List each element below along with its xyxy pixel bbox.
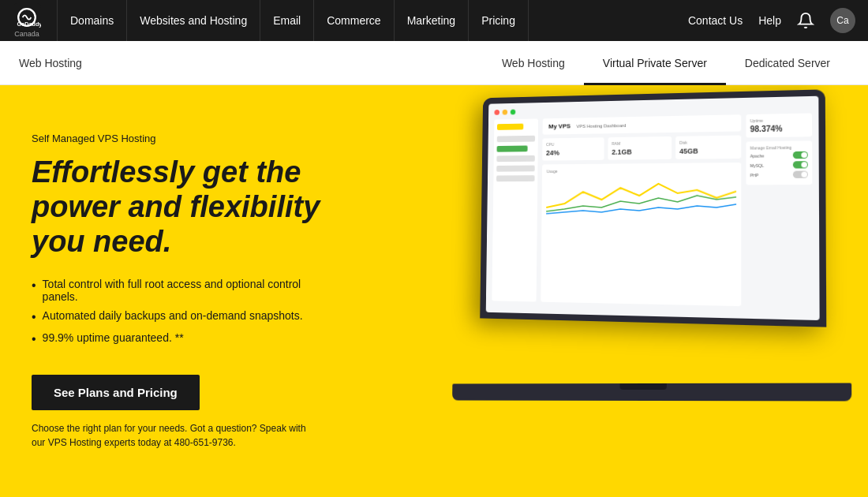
sidebar-item-3 bbox=[496, 155, 534, 162]
screen-title: My VPS bbox=[548, 122, 571, 129]
hero-section: Self Managed VPS Hosting Effortlessly ge… bbox=[0, 85, 868, 497]
screen-header bbox=[494, 103, 811, 115]
uptime-value: 98.374% bbox=[750, 124, 808, 133]
toggle-php[interactable] bbox=[793, 171, 808, 178]
screen-title-bar: My VPS VPS Hosting Dashboard bbox=[543, 114, 742, 134]
sidebar-item-5 bbox=[496, 175, 535, 181]
subnav-left-label[interactable]: Web Hosting bbox=[19, 57, 82, 69]
dot-yellow bbox=[503, 110, 508, 115]
screen-subtitle: VPS Hosting Dashboard bbox=[577, 123, 627, 129]
chart-lines bbox=[546, 175, 736, 215]
screen-chart: Usage bbox=[541, 163, 741, 306]
svg-text:GoDaddy: GoDaddy bbox=[17, 21, 41, 28]
chart-label: Usage bbox=[547, 167, 736, 174]
laptop-outer: My VPS VPS Hosting Dashboard CPU 24% RAM bbox=[442, 93, 868, 432]
toggle-mysql[interactable] bbox=[793, 161, 808, 168]
dot-green bbox=[511, 110, 516, 115]
dot-red bbox=[494, 110, 499, 115]
toggle-row-3: PHP bbox=[750, 171, 808, 179]
uptime-card: Uptime 98.374% bbox=[746, 113, 812, 137]
laptop-notch bbox=[619, 383, 666, 390]
screen-sidebar bbox=[492, 118, 538, 301]
nav-item-email[interactable]: Email bbox=[260, 0, 314, 41]
laptop-illustration: My VPS VPS Hosting Dashboard CPU 24% RAM bbox=[442, 93, 868, 488]
nav-item-pricing[interactable]: Pricing bbox=[469, 0, 529, 41]
bullet-1: Total control with full root access and … bbox=[32, 278, 339, 303]
cta-button[interactable]: See Plans and Pricing bbox=[32, 375, 200, 410]
bullet-2: Automated daily backups and on-demand sn… bbox=[32, 309, 339, 324]
nav-contact[interactable]: Contact Us bbox=[688, 14, 743, 27]
hero-bullets: Total control with full root access and … bbox=[32, 278, 339, 352]
screen-right-panel: Uptime 98.374% Manage Email Hosting Apac… bbox=[746, 113, 813, 308]
nav-help[interactable]: Help bbox=[758, 14, 781, 27]
hero-title: Effortlessly get the power and flexibili… bbox=[32, 155, 339, 259]
screen-card-3: Disk 45GB bbox=[675, 136, 741, 159]
hero-footer-text: Choose the right plan for your needs. Go… bbox=[32, 421, 316, 450]
top-navigation: GoDaddy Canada Domains Websites and Host… bbox=[0, 0, 868, 41]
nav-items: Domains Websites and Hosting Email Comme… bbox=[57, 0, 688, 41]
user-avatar[interactable]: Ca bbox=[830, 8, 855, 33]
logo-canada-label: Canada bbox=[14, 30, 39, 38]
notification-bell-icon[interactable] bbox=[797, 12, 814, 29]
toggle-row-2: MySQL bbox=[750, 161, 808, 169]
nav-item-marketing[interactable]: Marketing bbox=[395, 0, 469, 41]
nav-right: Contact Us Help Ca bbox=[688, 8, 855, 33]
nav-item-domains[interactable]: Domains bbox=[57, 0, 127, 41]
laptop-screen: My VPS VPS Hosting Dashboard CPU 24% RAM bbox=[480, 89, 826, 327]
sidebar-item-1 bbox=[497, 136, 535, 142]
sidebar-item-2 bbox=[497, 145, 528, 151]
laptop-base bbox=[452, 383, 851, 402]
laptop-screen-inner: My VPS VPS Hosting Dashboard CPU 24% RAM bbox=[486, 96, 820, 320]
nav-item-websites[interactable]: Websites and Hosting bbox=[127, 0, 260, 41]
screen-main: My VPS VPS Hosting Dashboard CPU 24% RAM bbox=[541, 114, 741, 306]
nav-item-commerce[interactable]: Commerce bbox=[314, 0, 394, 41]
subnav-vps[interactable]: Virtual Private Server bbox=[584, 41, 726, 85]
sub-navigation: Web Hosting Web Hosting Virtual Private … bbox=[0, 41, 868, 85]
toggle-apache[interactable] bbox=[793, 151, 808, 159]
logo[interactable]: GoDaddy Canada bbox=[13, 3, 41, 38]
bullet-3: 99.9% uptime guaranteed. ** bbox=[32, 331, 339, 346]
subnav-items: Web Hosting Virtual Private Server Dedic… bbox=[483, 41, 849, 85]
subnav-dedicated[interactable]: Dedicated Server bbox=[726, 41, 849, 85]
subnav-web-hosting[interactable]: Web Hosting bbox=[483, 41, 584, 85]
screen-card-1: CPU 24% bbox=[542, 137, 604, 160]
hero-subtitle: Self Managed VPS Hosting bbox=[32, 133, 339, 144]
screen-cards: CPU 24% RAM 2.1GB Disk 45GB bbox=[542, 136, 741, 161]
sidebar-item-4 bbox=[496, 166, 535, 172]
screen-card-2: RAM 2.1GB bbox=[608, 136, 672, 160]
screen-content-area: My VPS VPS Hosting Dashboard CPU 24% RAM bbox=[492, 113, 813, 308]
toggle-row-1: Apache bbox=[750, 151, 808, 159]
hero-content: Self Managed VPS Hosting Effortlessly ge… bbox=[0, 85, 371, 497]
manage-card: Manage Email Hosting Apache MySQL bbox=[746, 140, 812, 185]
